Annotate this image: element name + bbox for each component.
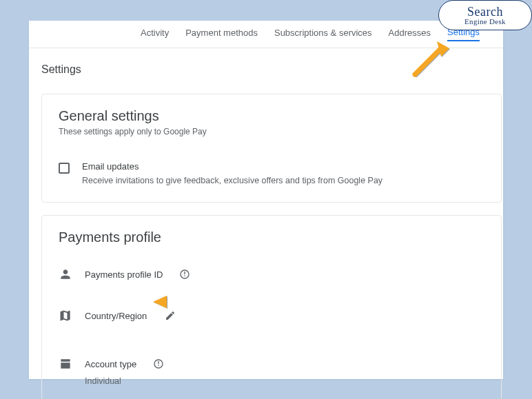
account-type-value: Individual bbox=[85, 376, 484, 386]
general-settings-title: General settings bbox=[59, 108, 484, 124]
person-icon bbox=[59, 267, 72, 281]
info-icon[interactable] bbox=[179, 269, 190, 280]
payments-profile-card: Payments profile Payments profile ID Cou… bbox=[41, 215, 502, 399]
settings-window: Activity Payment methods Subscriptions &… bbox=[29, 21, 503, 379]
badge-subtitle: Engine Desk bbox=[464, 18, 506, 25]
country-region-label: Country/Region bbox=[85, 311, 147, 321]
map-icon bbox=[59, 309, 72, 323]
tab-addresses[interactable]: Addresses bbox=[389, 28, 431, 41]
email-updates-label: Email updates bbox=[82, 161, 382, 172]
info-icon[interactable] bbox=[153, 358, 164, 369]
email-updates-description: Receive invitations to give feedback, ex… bbox=[82, 176, 382, 185]
tab-subscriptions[interactable]: Subscriptions & services bbox=[274, 28, 372, 41]
payments-profile-title: Payments profile bbox=[59, 229, 484, 245]
pencil-icon[interactable] bbox=[165, 310, 176, 321]
email-updates-checkbox[interactable] bbox=[59, 163, 70, 174]
payments-profile-id-label: Payments profile ID bbox=[85, 269, 163, 280]
general-settings-card: General settings These settings apply on… bbox=[41, 94, 502, 203]
badge-title: Search bbox=[467, 6, 503, 18]
payments-profile-id-row[interactable]: Payments profile ID bbox=[59, 267, 484, 281]
page-title: Settings bbox=[29, 48, 503, 76]
tab-payment-methods[interactable]: Payment methods bbox=[185, 28, 258, 41]
search-engine-desk-badge: Search Engine Desk bbox=[438, 0, 532, 30]
account-type-label: Account type bbox=[85, 359, 136, 369]
top-tabs: Activity Payment methods Subscriptions &… bbox=[29, 21, 503, 48]
email-updates-row: Email updates Receive invitations to giv… bbox=[59, 161, 484, 185]
account-icon bbox=[59, 357, 72, 371]
tab-activity[interactable]: Activity bbox=[141, 28, 169, 41]
general-settings-subtitle: These settings apply only to Google Pay bbox=[59, 127, 484, 136]
account-type-row[interactable]: Account type bbox=[59, 357, 484, 371]
country-region-row[interactable]: Country/Region bbox=[59, 309, 484, 323]
